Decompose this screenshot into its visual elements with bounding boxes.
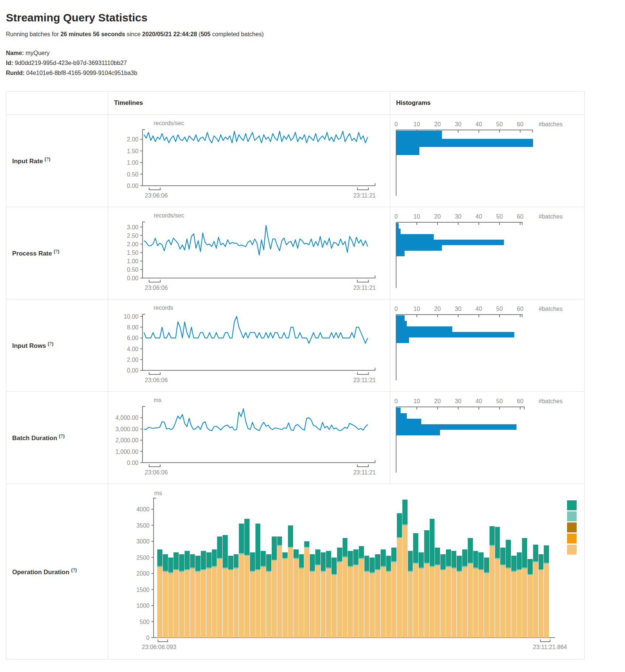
input-rows-help-icon[interactable]: (?) <box>48 341 53 346</box>
svg-text:23:11:21.864: 23:11:21.864 <box>533 644 567 650</box>
running-paren: ( <box>197 31 201 37</box>
svg-text:ms: ms <box>154 397 161 403</box>
operation-duration-label: Operation Duration <box>12 568 69 575</box>
query-name-label: Name: <box>6 50 24 56</box>
svg-text:20: 20 <box>434 398 441 404</box>
query-id-line: Id: 9d0dd219-995d-423e-b97d-36931110bb27 <box>6 58 625 68</box>
svg-text:23:06:06: 23:06:06 <box>145 469 168 476</box>
svg-text:1.50: 1.50 <box>127 250 138 256</box>
svg-text:3500: 3500 <box>136 522 150 529</box>
svg-text:2.00: 2.00 <box>127 241 138 247</box>
svg-text:0.50: 0.50 <box>127 267 138 273</box>
running-duration: 26 minutes 56 seconds <box>61 31 125 37</box>
input-rows-row: Input Rows (?) records10.008.006.004.002… <box>6 299 585 392</box>
input-rate-label-cell: Input Rate (?) <box>6 115 108 207</box>
input-rate-label: Input Rate <box>12 158 43 165</box>
svg-text:0.00: 0.00 <box>127 367 138 374</box>
running-batches-summary: Running batches for 26 minutes 56 second… <box>6 31 625 38</box>
batch-duration-label: Batch Duration <box>12 435 57 442</box>
svg-text:records: records <box>154 305 173 311</box>
svg-text:4.00: 4.00 <box>127 346 138 352</box>
batch-duration-row: Batch Duration (?) ms4,000.003,000.002,0… <box>6 392 585 484</box>
input-rows-label: Input Rows <box>12 342 46 349</box>
svg-text:2,000.00: 2,000.00 <box>116 437 138 443</box>
running-prefix: Running batches for <box>6 31 61 37</box>
svg-text:10: 10 <box>413 213 420 220</box>
svg-text:4000: 4000 <box>136 506 150 512</box>
svg-text:4,000.00: 4,000.00 <box>116 415 138 421</box>
svg-text:8.00: 8.00 <box>127 324 138 330</box>
svg-text:2.00: 2.00 <box>127 357 138 363</box>
query-id-label: Id: <box>6 60 13 66</box>
svg-text:3,000.00: 3,000.00 <box>116 426 138 432</box>
query-name-value: myQuery <box>25 50 49 56</box>
svg-text:40: 40 <box>475 121 482 127</box>
svg-text:3.00: 3.00 <box>127 224 138 230</box>
svg-text:30: 30 <box>455 121 461 127</box>
input-rows-label-cell: Input Rows (?) <box>6 299 108 392</box>
svg-text:23:11:21: 23:11:21 <box>353 285 376 291</box>
svg-text:#batches: #batches <box>539 121 563 127</box>
query-meta: Name: myQuery Id: 9d0dd219-995d-423e-b97… <box>6 48 625 78</box>
svg-text:0: 0 <box>395 121 398 127</box>
batch-duration-label-cell: Batch Duration (?) <box>6 392 108 484</box>
query-runid-label: RunId: <box>6 70 25 76</box>
batch-duration-help-icon[interactable]: (?) <box>59 433 65 439</box>
page: Streaming Query Statistics Running batch… <box>0 0 625 659</box>
svg-text:20: 20 <box>434 306 441 312</box>
svg-text:23:11:21: 23:11:21 <box>353 192 376 199</box>
svg-text:1500: 1500 <box>136 587 150 593</box>
svg-text:3000: 3000 <box>136 538 150 545</box>
statistics-table: Timelines Histograms Input Rate (?) reco… <box>6 91 585 659</box>
batch-duration-histogram-chart: 0102030405060#batches <box>390 392 584 484</box>
svg-text:23:11:21: 23:11:21 <box>353 377 376 383</box>
process-rate-histogram-chart: 0102030405060#batches <box>390 207 584 299</box>
query-name-line: Name: myQuery <box>6 48 625 58</box>
svg-text:1.00: 1.00 <box>127 258 138 264</box>
svg-text:1.50: 1.50 <box>127 148 138 154</box>
query-runid-value: 04e101e6-8bf8-4165-9099-9104c951ba3b <box>26 70 137 76</box>
input-rate-help-icon[interactable]: (?) <box>45 157 50 162</box>
svg-text:1,000.00: 1,000.00 <box>116 449 138 455</box>
svg-text:0: 0 <box>146 635 150 641</box>
input-rate-histogram-chart: 0102030405060#batches <box>390 115 584 207</box>
svg-text:23:11:21: 23:11:21 <box>353 469 376 476</box>
svg-text:23:06:06: 23:06:06 <box>145 192 168 199</box>
query-id-value: 9d0dd219-995d-423e-b97d-36931110bb27 <box>15 60 127 66</box>
svg-text:30: 30 <box>455 213 461 220</box>
svg-text:500: 500 <box>140 619 150 625</box>
svg-text:0.00: 0.00 <box>127 460 138 466</box>
svg-text:2000: 2000 <box>136 570 150 577</box>
svg-text:1000: 1000 <box>136 603 150 609</box>
svg-text:0.50: 0.50 <box>127 171 138 178</box>
svg-text:40: 40 <box>475 213 482 220</box>
svg-text:0.00: 0.00 <box>127 275 138 281</box>
svg-text:10: 10 <box>413 121 420 127</box>
batch-duration-timeline-chart: ms4,000.003,000.002,000.001,000.000.0023… <box>108 392 390 484</box>
input-rate-row: Input Rate (?) records/sec2.001.501.000.… <box>6 115 585 207</box>
svg-text:#batches: #batches <box>539 213 563 220</box>
svg-text:30: 30 <box>455 306 461 312</box>
svg-text:records/sec: records/sec <box>154 120 184 126</box>
svg-text:23:06:06.093: 23:06:06.093 <box>142 644 176 650</box>
svg-text:60: 60 <box>517 121 523 127</box>
svg-text:10: 10 <box>413 398 420 404</box>
svg-text:50: 50 <box>496 306 503 312</box>
timelines-header: Timelines <box>108 92 390 115</box>
histograms-header: Histograms <box>390 92 585 115</box>
svg-text:50: 50 <box>496 121 503 127</box>
process-rate-help-icon[interactable]: (?) <box>54 249 59 254</box>
process-rate-timeline-chart: records/sec3.002.502.001.501.000.500.002… <box>108 207 390 299</box>
input-rows-histogram-chart: 0102030405060#batches <box>390 299 584 391</box>
process-rate-label: Process Rate <box>12 250 52 257</box>
svg-text:10: 10 <box>413 306 420 312</box>
svg-text:40: 40 <box>475 398 482 404</box>
operation-duration-help-icon[interactable]: (?) <box>71 568 77 573</box>
operation-duration-row: Operation Duration (?) ms400035003000250… <box>6 484 585 659</box>
svg-text:50: 50 <box>496 398 503 404</box>
empty-header-cell <box>6 92 108 115</box>
svg-text:60: 60 <box>517 213 523 220</box>
svg-text:0: 0 <box>395 213 398 220</box>
table-header-row: Timelines Histograms <box>6 92 585 115</box>
svg-text:2.00: 2.00 <box>127 136 138 143</box>
